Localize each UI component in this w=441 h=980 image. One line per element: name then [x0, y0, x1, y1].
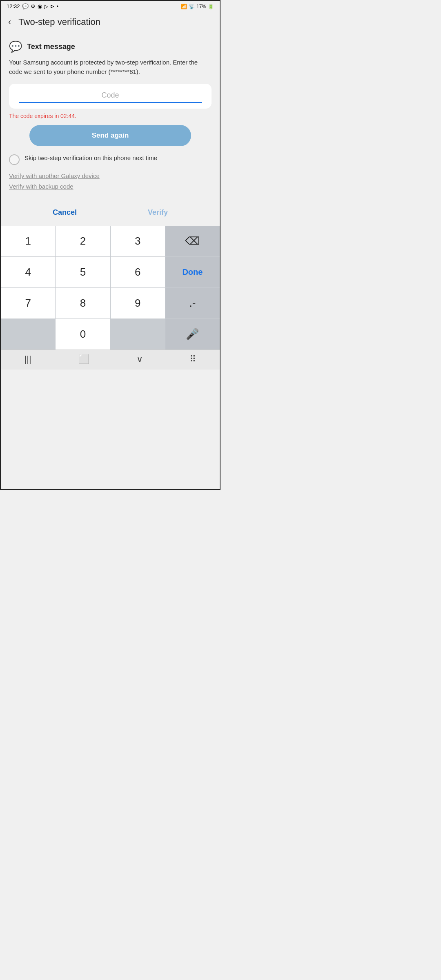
key-6-6[interactable]: 6: [111, 257, 165, 287]
verify-backup-link[interactable]: Verify with backup code: [9, 183, 74, 190]
key-9-10[interactable]: 9: [111, 288, 165, 318]
key-5-5[interactable]: 5: [56, 257, 110, 287]
main-content: 💬 Text message Your Samsung account is p…: [1, 33, 220, 198]
verify-galaxy-link-row: Verify with another Galaxy device: [9, 172, 212, 180]
status-gear-icon: ⚙: [31, 3, 36, 9]
status-msg-icon: 💬: [22, 3, 29, 9]
key-.--11[interactable]: .-: [165, 288, 220, 318]
key-4-4[interactable]: 4: [1, 257, 55, 287]
key-🎤-15[interactable]: 🎤: [165, 319, 220, 350]
key-7-8[interactable]: 7: [1, 288, 55, 318]
nav-recents-icon[interactable]: ∨: [136, 354, 143, 365]
header: ‹ Two-step verification: [1, 11, 220, 33]
verify-button[interactable]: Verify: [140, 205, 176, 220]
battery-icon: 🔋: [208, 4, 214, 9]
skip-row: Skip two-step verification on this phone…: [9, 154, 212, 165]
expiry-text: The code expires in 02:44.: [9, 113, 212, 119]
verify-galaxy-link[interactable]: Verify with another Galaxy device: [9, 172, 100, 179]
description-text: Your Samsung account is protected by two…: [9, 58, 212, 76]
signal-icon: 📡: [189, 4, 195, 9]
code-input-card: [9, 84, 212, 109]
key-2-1[interactable]: 2: [56, 226, 110, 256]
back-button[interactable]: ‹: [5, 15, 14, 29]
text-message-icon: 💬: [9, 40, 22, 53]
key-⌫-3[interactable]: ⌫: [165, 226, 220, 256]
key-8-9[interactable]: 8: [56, 288, 110, 318]
section-header-row: 💬 Text message: [9, 40, 212, 53]
section-title: Text message: [27, 42, 75, 51]
code-input[interactable]: [19, 91, 202, 100]
skip-label: Skip two-step verification on this phone…: [24, 154, 157, 163]
nav-home-icon[interactable]: ⬜: [78, 354, 89, 365]
wifi-icon: 📶: [181, 4, 187, 9]
status-dot-icon: •: [57, 3, 59, 9]
battery-text: 17%: [196, 4, 206, 9]
code-input-wrapper[interactable]: [19, 91, 202, 103]
cancel-button[interactable]: Cancel: [45, 205, 85, 220]
status-shield-icon: ◉: [38, 3, 42, 9]
status-left: 12:32 💬 ⚙ ◉ ▷ ⊳ •: [7, 3, 58, 9]
key-0-13[interactable]: 0: [56, 319, 110, 350]
verify-backup-link-row: Verify with backup code: [9, 183, 212, 190]
key-empty-12: [1, 319, 55, 350]
status-time: 12:32: [7, 3, 20, 9]
key-1-0[interactable]: 1: [1, 226, 55, 256]
keyboard: 123⌫456Done789.-0🎤: [1, 226, 220, 350]
status-bar: 12:32 💬 ⚙ ◉ ▷ ⊳ • 📶 📡 17% 🔋: [1, 1, 220, 11]
keyboard-grid: 123⌫456Done789.-0🎤: [1, 226, 220, 350]
skip-checkbox[interactable]: [9, 154, 20, 165]
nav-back-icon[interactable]: |||: [24, 354, 31, 365]
page-title: Two-step verification: [18, 17, 100, 27]
key-Done-7[interactable]: Done: [165, 257, 220, 287]
key-3-2[interactable]: 3: [111, 226, 165, 256]
send-again-button[interactable]: Send again: [29, 125, 192, 146]
status-locate-icon: ⊳: [50, 3, 55, 9]
status-play-icon: ▷: [44, 3, 48, 9]
nav-bar: ||| ⬜ ∨ ⠿: [1, 350, 220, 370]
key-empty-14: [111, 319, 165, 350]
status-right: 📶 📡 17% 🔋: [181, 4, 214, 9]
action-row: Cancel Verify: [1, 198, 220, 226]
nav-keyboard-icon[interactable]: ⠿: [189, 354, 196, 365]
